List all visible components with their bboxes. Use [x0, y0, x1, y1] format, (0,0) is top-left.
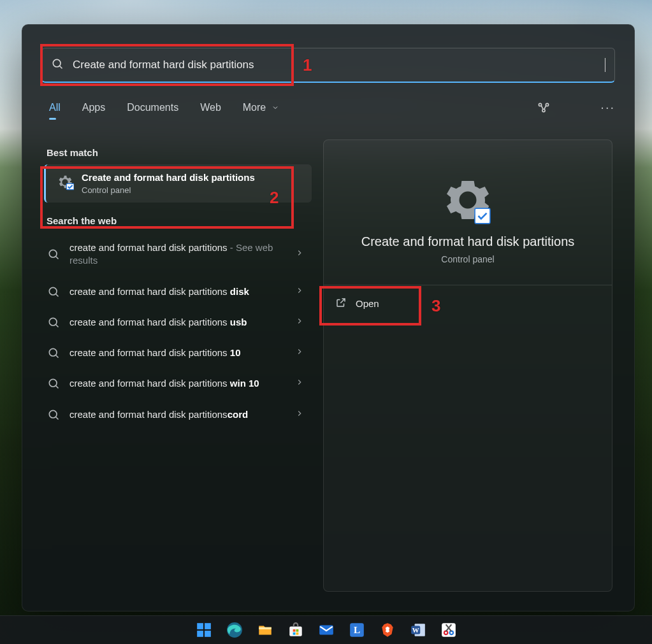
svg-rect-19: [197, 623, 203, 629]
svg-rect-21: [197, 631, 203, 637]
tab-more-label: More: [243, 102, 266, 113]
chevron-right-icon: [295, 317, 305, 328]
preview-pane: Create and format hard disk partitions C…: [323, 140, 612, 592]
svg-rect-25: [289, 627, 302, 636]
tab-more[interactable]: More: [243, 102, 279, 113]
search-icon: [51, 57, 71, 73]
svg-rect-22: [205, 631, 211, 637]
web-result-2[interactable]: create and format hard disk partitions d…: [44, 276, 312, 307]
svg-line-13: [56, 355, 59, 358]
svg-rect-28: [293, 633, 295, 635]
chevron-right-icon: [295, 409, 305, 420]
web-result-text: create and format hard disk partitions u…: [69, 316, 286, 329]
chevron-right-icon: [295, 347, 305, 359]
connected-devices-icon[interactable]: [537, 101, 551, 115]
taskbar-file-explorer-icon[interactable]: [257, 622, 273, 638]
chevron-right-icon: [295, 378, 305, 389]
svg-text:W: W: [412, 626, 419, 634]
svg-point-3: [546, 103, 549, 106]
preview-subtitle: Control panel: [324, 254, 612, 264]
results-column: Best match Create and format hard disk p…: [44, 143, 312, 430]
taskbar-edge-icon[interactable]: [226, 622, 243, 638]
svg-point-4: [542, 109, 545, 111]
web-result-4[interactable]: create and format hard disk partitions 1…: [44, 338, 312, 368]
open-action[interactable]: Open: [324, 285, 612, 322]
svg-point-8: [49, 287, 57, 295]
svg-line-1: [60, 66, 62, 69]
chevron-right-icon: [295, 286, 305, 297]
search-box[interactable]: [41, 48, 615, 83]
open-external-icon: [335, 297, 347, 310]
web-result-text: create and format hard disk partitionsco…: [69, 408, 286, 421]
search-tabs-row: All Apps Documents Web More ···: [49, 100, 615, 115]
svg-rect-29: [296, 633, 298, 635]
svg-line-9: [56, 294, 59, 296]
web-result-5[interactable]: create and format hard disk partitions w…: [44, 368, 312, 399]
taskbar: L W: [0, 615, 652, 644]
best-match-result[interactable]: Create and format hard disk partitions C…: [44, 164, 312, 203]
svg-rect-26: [293, 629, 295, 632]
search-icon: [47, 408, 61, 421]
search-icon: [47, 377, 61, 390]
web-result-1[interactable]: create and format hard disk partitions -…: [44, 233, 312, 276]
svg-point-0: [53, 59, 61, 67]
gear-icon: [56, 173, 74, 194]
svg-rect-18: [475, 208, 490, 224]
tab-apps[interactable]: Apps: [82, 102, 105, 113]
section-search-web: Search the web: [47, 215, 309, 226]
svg-rect-20: [205, 623, 211, 629]
search-icon: [47, 248, 61, 261]
tab-all[interactable]: All: [49, 102, 61, 113]
svg-point-16: [49, 410, 57, 418]
web-result-text: create and format hard disk partitions -…: [69, 241, 286, 268]
web-result-3[interactable]: create and format hard disk partitions u…: [44, 307, 312, 338]
taskbar-brave-icon[interactable]: [379, 622, 396, 638]
chevron-down-icon: [272, 104, 279, 111]
svg-line-15: [56, 386, 59, 389]
search-input[interactable]: [71, 58, 605, 72]
web-result-text: create and format hard disk partitions 1…: [69, 347, 286, 359]
taskbar-mail-icon[interactable]: [318, 622, 335, 638]
svg-line-11: [56, 325, 59, 327]
taskbar-word-icon[interactable]: W: [410, 622, 426, 638]
svg-point-10: [49, 318, 57, 326]
svg-point-2: [539, 103, 542, 106]
taskbar-snipping-tool-icon[interactable]: [440, 622, 457, 638]
svg-rect-36: [442, 623, 456, 637]
web-result-text: create and format hard disk partitions w…: [69, 377, 286, 390]
tab-web[interactable]: Web: [200, 102, 221, 113]
svg-rect-24: [259, 627, 272, 629]
web-result-text: create and format hard disk partitions d…: [69, 285, 286, 298]
svg-rect-27: [296, 629, 298, 632]
preview-title: Create and format hard disk partitions: [337, 234, 599, 249]
search-icon: [47, 347, 61, 359]
tab-documents[interactable]: Documents: [127, 102, 178, 113]
svg-line-17: [56, 417, 59, 419]
text-caret: [605, 58, 605, 72]
preview-gear-icon: [445, 177, 491, 223]
section-best-match: Best match: [47, 147, 309, 158]
open-label: Open: [356, 298, 379, 309]
chevron-right-icon: [295, 248, 305, 260]
taskbar-start-icon[interactable]: [196, 622, 212, 638]
web-result-6[interactable]: create and format hard disk partitionsco…: [44, 399, 312, 430]
windows-search-flyout: All Apps Documents Web More ··· Best mat…: [22, 24, 635, 612]
more-options-button[interactable]: ···: [600, 100, 615, 115]
search-icon: [47, 316, 61, 329]
svg-line-7: [56, 257, 59, 259]
svg-point-12: [49, 348, 57, 356]
best-match-subtitle: Control panel: [82, 185, 255, 195]
best-match-title: Create and format hard disk partitions: [82, 172, 255, 183]
taskbar-l-app-icon[interactable]: L: [349, 622, 365, 638]
svg-point-14: [49, 380, 57, 387]
search-icon: [47, 285, 61, 298]
svg-text:L: L: [353, 624, 359, 635]
svg-point-6: [49, 250, 57, 258]
taskbar-microsoft-store-icon[interactable]: [287, 622, 304, 638]
